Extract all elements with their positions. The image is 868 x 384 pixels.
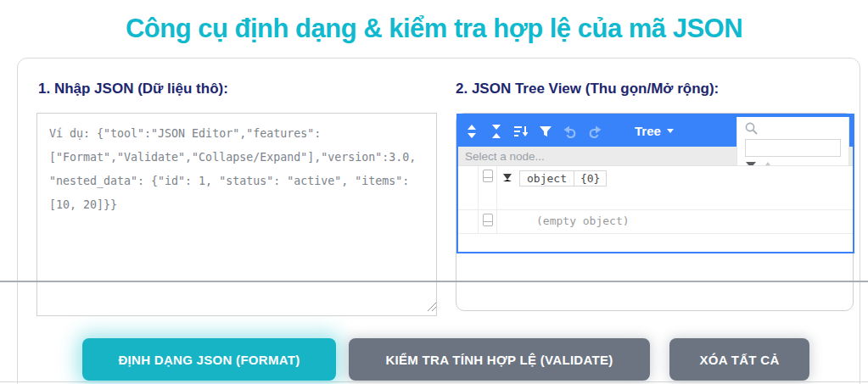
expand-all-icon <box>465 125 479 138</box>
search-prev-icon[interactable] <box>764 162 772 166</box>
main-card: 1. Nhập JSON (Dữ liệu thô): 2. JSON Tree… <box>17 58 860 384</box>
json-input-textarea[interactable] <box>36 113 437 316</box>
context-menu-button[interactable] <box>483 214 493 226</box>
sort-icon <box>514 125 528 138</box>
input-panel-heading: 1. Nhập JSON (Dữ liệu thô): <box>38 81 228 97</box>
page-title: Công cụ định dạng & kiểm tra hợp lệ của … <box>0 14 868 44</box>
tree-area: object {0} (empty object) <box>458 166 853 234</box>
empty-object-text: (empty object) <box>536 210 630 233</box>
sort-button[interactable] <box>512 123 529 140</box>
tree-gutter <box>458 210 479 233</box>
caret-down-icon <box>667 129 674 133</box>
redo-icon <box>588 125 602 138</box>
node-count-badge: {0} <box>574 170 607 186</box>
tree-root-row: object {0} <box>458 166 853 210</box>
redo-button[interactable] <box>586 123 603 140</box>
tree-gutter <box>479 166 497 209</box>
collapse-all-button[interactable] <box>488 123 505 140</box>
filter-icon <box>539 125 552 138</box>
json-editor: Tree Select a node... <box>456 114 854 253</box>
transform-button[interactable] <box>537 123 554 140</box>
validate-button[interactable]: KIỂM TRA TÍNH HỢP LỆ (VALIDATE) <box>349 338 650 381</box>
mode-label: Tree <box>635 124 661 138</box>
horizontal-divider <box>0 281 868 282</box>
clear-button[interactable]: XÓA TẤT CẢ <box>669 338 809 381</box>
search-input[interactable] <box>745 139 841 157</box>
expand-all-button[interactable] <box>463 123 480 140</box>
collapse-triangle-icon[interactable] <box>503 174 512 181</box>
undo-button[interactable] <box>562 123 579 140</box>
collapse-all-icon <box>490 125 503 138</box>
search-next-icon[interactable] <box>746 162 756 166</box>
context-menu-button[interactable] <box>483 170 493 182</box>
search-panel <box>736 117 849 166</box>
actions-row: ĐỊNH DẠNG JSON (FORMAT) KIỂM TRA TÍNH HỢ… <box>12 338 868 381</box>
tree-empty-row: (empty object) <box>458 210 853 234</box>
format-button[interactable]: ĐỊNH DẠNG JSON (FORMAT) <box>82 338 336 381</box>
search-icon <box>744 121 759 136</box>
bottom-divider <box>0 381 868 382</box>
root-node-field[interactable]: object {0} <box>519 170 607 186</box>
tree-gutter <box>479 210 497 233</box>
tree-panel-heading: 2. JSON Tree View (Thu gọn/Mở rộng): <box>456 81 719 97</box>
root-node-content: object {0} <box>497 166 607 209</box>
tree-gutter <box>458 166 479 209</box>
mode-dropdown-button[interactable]: Tree <box>635 124 674 138</box>
undo-icon <box>563 125 577 138</box>
node-type-label[interactable]: object <box>519 170 574 186</box>
